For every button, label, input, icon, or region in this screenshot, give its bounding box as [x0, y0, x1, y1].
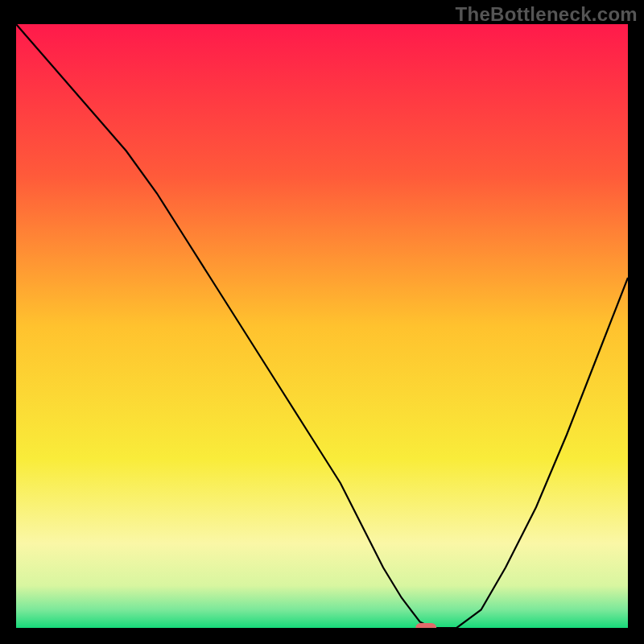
watermark-text: TheBottleneck.com: [456, 3, 638, 26]
optimal-marker: [415, 623, 436, 628]
plot-area: [16, 24, 628, 628]
chart-frame: TheBottleneck.com: [0, 0, 644, 644]
gradient-background: [16, 24, 628, 628]
chart-svg: [16, 24, 628, 628]
